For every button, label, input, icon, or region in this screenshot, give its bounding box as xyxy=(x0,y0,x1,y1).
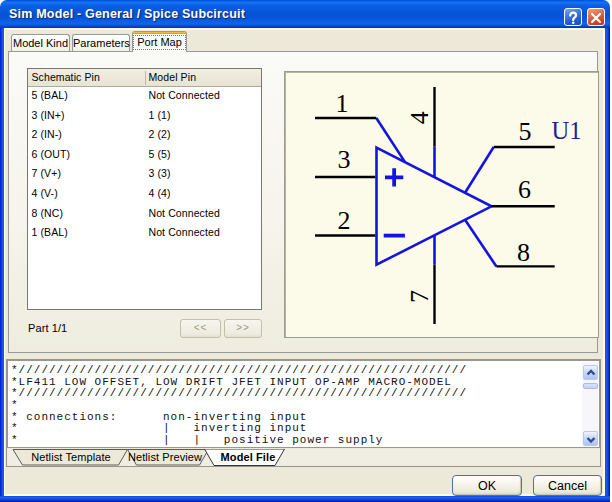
svg-text:Netlist Template: Netlist Template xyxy=(31,451,111,463)
svg-text:6: 6 xyxy=(518,174,531,203)
svg-text:2: 2 xyxy=(337,206,350,235)
svg-text:3: 3 xyxy=(337,145,350,174)
svg-text:1: 1 xyxy=(335,89,348,118)
svg-text:5: 5 xyxy=(518,117,531,146)
svg-text:4: 4 xyxy=(405,111,434,124)
svg-text:7: 7 xyxy=(405,289,434,302)
svg-text:8: 8 xyxy=(517,237,530,266)
svg-text:U1: U1 xyxy=(552,117,582,144)
svg-text:Netlist Preview: Netlist Preview xyxy=(128,451,202,463)
svg-text:Model File: Model File xyxy=(221,451,276,463)
